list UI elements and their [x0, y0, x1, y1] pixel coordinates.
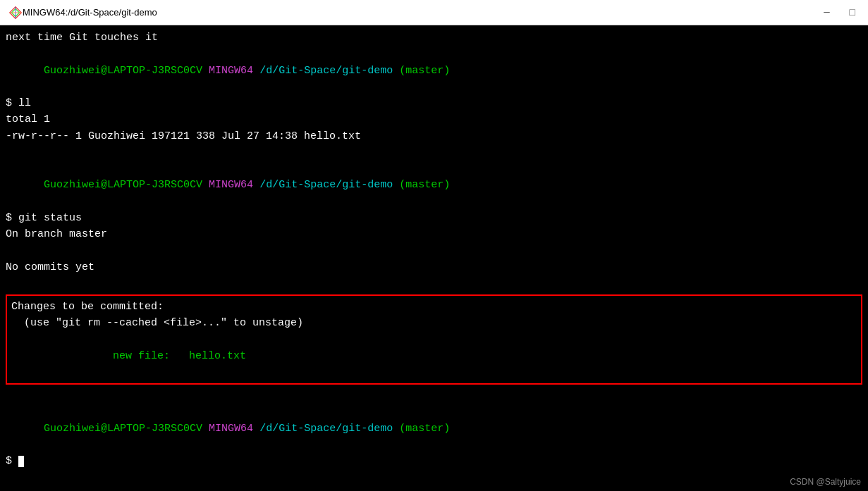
sp1 — [202, 179, 209, 191]
sp3 — [393, 179, 399, 191]
output-total: total 1 — [6, 111, 862, 128]
prompt-host-2: LAPTOP-J3RSC0CV — [107, 179, 202, 191]
blank-1 — [6, 144, 862, 161]
prompt-path-1: /d/Git-Space/git-demo — [259, 65, 393, 77]
changes-hint: (use "git rm --cached <file>..." to unst… — [11, 315, 857, 331]
prompt-app-3: MINGW64 — [209, 423, 253, 435]
window-title: MINGW64:/d/Git-Space/git-demo — [23, 7, 819, 18]
output-no-commits: No commits yet — [6, 259, 862, 275]
app-icon — [8, 6, 23, 20]
prompt-path-2: /d/Git-Space/git-demo — [259, 179, 393, 191]
sp1b — [202, 423, 209, 435]
prompt-user-1: Guozhiwei — [44, 65, 101, 77]
prompt-line-1: Guozhiwei@LAPTOP-J3RSC0CV MINGW64 /d/Git… — [6, 46, 862, 95]
new-file-value: hello.txt — [189, 350, 246, 362]
watermark: CSDN @Saltyjuice — [790, 477, 861, 487]
prompt-at-1: @ — [101, 65, 107, 77]
prompt-app-2: MINGW64 — [209, 179, 253, 191]
sp3b — [393, 423, 399, 435]
minimize-button[interactable]: ─ — [819, 6, 833, 20]
output-line-1: next time Git touches it — [6, 30, 862, 46]
blank-2 — [6, 242, 862, 259]
sp2 — [253, 179, 259, 191]
prompt-path-3: /d/Git-Space/git-demo — [259, 423, 393, 435]
prompt-app-1: MINGW64 — [209, 65, 253, 77]
prompt-branch-name-3: master — [405, 423, 444, 435]
prompt-branch-close-2: ) — [444, 179, 450, 191]
prompt-branch-name-2: master — [405, 179, 444, 191]
prompt-at-2: @ — [101, 179, 107, 191]
output-on-branch: On branch master — [6, 226, 862, 242]
blank-4 — [6, 387, 862, 404]
window-controls: ─ □ — [819, 6, 860, 20]
command-ll: $ ll — [6, 95, 862, 111]
new-file-label: new file: — [62, 350, 189, 362]
prompt-space-1 — [202, 65, 209, 77]
prompt-space3-1 — [393, 65, 399, 77]
title-bar: MINGW64:/d/Git-Space/git-demo ─ □ — [0, 0, 868, 25]
prompt-user-3: Guozhiwei — [44, 423, 101, 435]
prompt-branch-close-3: ) — [444, 423, 450, 435]
prompt-branch-close-1: ) — [444, 65, 450, 77]
highlighted-section: Changes to be committed: (use "git rm --… — [6, 294, 862, 385]
prompt-user-2: Guozhiwei — [44, 179, 101, 191]
maximize-button[interactable]: □ — [845, 6, 860, 20]
prompt-space2-1 — [253, 65, 259, 77]
prompt-line-2: Guozhiwei@LAPTOP-J3RSC0CV MINGW64 /d/Git… — [6, 161, 862, 210]
cursor — [18, 456, 24, 467]
new-file-line: new file: hello.txt — [11, 332, 857, 381]
final-prompt[interactable]: $ — [6, 453, 862, 469]
terminal[interactable]: next time Git touches it Guozhiwei@LAPTO… — [0, 25, 868, 491]
output-file-listing: -rw-r--r-- 1 Guozhiwei 197121 338 Jul 27… — [6, 128, 862, 144]
blank-3 — [6, 275, 862, 292]
prompt-branch-name-1: master — [405, 65, 444, 77]
prompt-line-3: Guozhiwei@LAPTOP-J3RSC0CV MINGW64 /d/Git… — [6, 404, 862, 454]
sp2b — [253, 423, 259, 435]
prompt-at-3: @ — [101, 423, 107, 435]
command-git-status: $ git status — [6, 210, 862, 226]
prompt-branch-open-1: ( — [399, 65, 405, 77]
prompt-branch-open-2: ( — [399, 179, 405, 191]
prompt-branch-open-3: ( — [399, 423, 405, 435]
prompt-host-1: LAPTOP-J3RSC0CV — [107, 65, 202, 77]
window: MINGW64:/d/Git-Space/git-demo ─ □ next t… — [0, 0, 868, 491]
changes-header: Changes to be committed: — [11, 299, 857, 315]
prompt-host-3: LAPTOP-J3RSC0CV — [107, 423, 202, 435]
